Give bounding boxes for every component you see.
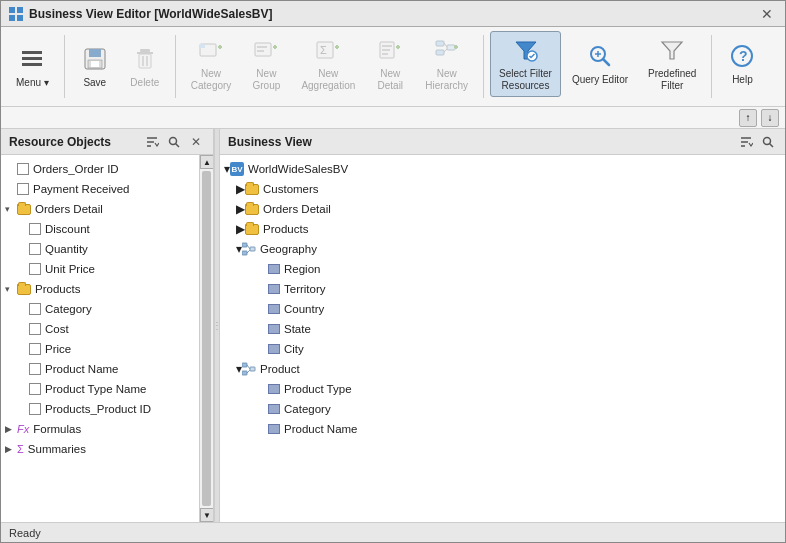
svg-rect-61 bbox=[242, 243, 247, 247]
bv-field-icon bbox=[268, 324, 280, 334]
select-filter-resources-button[interactable]: Select FilterResources bbox=[490, 31, 561, 97]
expand-arrow: ▶ bbox=[5, 444, 17, 454]
help-label: Help bbox=[732, 74, 753, 86]
new-hierarchy-label: NewHierarchy bbox=[425, 68, 468, 92]
menu-button[interactable]: Menu ▾ bbox=[7, 34, 58, 100]
sort-icon-btn[interactable] bbox=[143, 133, 161, 151]
select-filter-icon bbox=[512, 36, 540, 64]
list-item[interactable]: Payment Received bbox=[1, 179, 199, 199]
list-item[interactable]: Product Type bbox=[220, 379, 785, 399]
save-button[interactable]: Save bbox=[71, 34, 119, 100]
list-item[interactable]: ▾ Products bbox=[1, 279, 199, 299]
list-item[interactable]: Price bbox=[1, 339, 199, 359]
hierarchy-icon bbox=[242, 242, 256, 256]
toolbar-sep-3 bbox=[483, 35, 484, 98]
list-item[interactable]: Product Name bbox=[1, 359, 199, 379]
list-item[interactable]: Category bbox=[220, 399, 785, 419]
toolbar-sep-2 bbox=[175, 35, 176, 98]
app-icon bbox=[9, 7, 23, 21]
list-item[interactable]: Product Name bbox=[220, 419, 785, 439]
expand-arrow: ▶ bbox=[236, 182, 245, 196]
scroll-up[interactable]: ▲ bbox=[200, 155, 213, 169]
list-item[interactable]: Quantity bbox=[1, 239, 199, 259]
svg-line-45 bbox=[603, 59, 609, 65]
list-item[interactable]: Territory bbox=[220, 279, 785, 299]
new-detail-button[interactable]: NewDetail bbox=[366, 31, 414, 97]
list-item[interactable]: ▶ Fx Formulas bbox=[1, 419, 199, 439]
expand-arrow: ▶ bbox=[236, 222, 245, 236]
status-text: Ready bbox=[9, 527, 41, 539]
expand-arrow: ▾ bbox=[5, 284, 17, 294]
move-up-button[interactable]: ↑ bbox=[739, 109, 757, 127]
new-group-button[interactable]: NewGroup bbox=[242, 31, 290, 97]
toolbar: Menu ▾ Save bbox=[1, 27, 785, 107]
item-label: Product Type Name bbox=[45, 383, 146, 395]
svg-line-60 bbox=[770, 143, 774, 147]
item-label: Formulas bbox=[33, 423, 81, 435]
list-item[interactable]: ▾ Product bbox=[220, 359, 785, 379]
svg-line-65 bbox=[247, 250, 250, 253]
toolbar-group-save: Save bbox=[71, 31, 119, 102]
close-button[interactable]: ✕ bbox=[757, 4, 777, 24]
list-item[interactable]: ▶ Products bbox=[220, 219, 785, 239]
bv-search-btn[interactable] bbox=[759, 133, 777, 151]
list-item[interactable]: Products_Product ID bbox=[1, 399, 199, 419]
list-item[interactable]: ▶ Σ Summaries bbox=[1, 439, 199, 459]
list-item[interactable]: State bbox=[220, 319, 785, 339]
svg-rect-4 bbox=[22, 51, 42, 54]
svg-rect-67 bbox=[242, 371, 247, 375]
menu-icon bbox=[18, 45, 46, 73]
new-aggregation-button[interactable]: Σ NewAggregation bbox=[292, 31, 364, 97]
business-view-tree: ▾ BV WorldWideSalesBV ▶ Customers ▶ Orde… bbox=[220, 155, 785, 522]
list-item[interactable]: Region bbox=[220, 259, 785, 279]
list-item[interactable]: ▶ Customers bbox=[220, 179, 785, 199]
field-icon bbox=[29, 263, 41, 275]
folder-icon bbox=[245, 184, 259, 195]
list-item[interactable]: ▾ Geography bbox=[220, 239, 785, 259]
search-icon-btn[interactable] bbox=[165, 133, 183, 151]
list-item[interactable]: Category bbox=[1, 299, 199, 319]
list-item[interactable]: ▾ Orders Detail bbox=[1, 199, 199, 219]
predefined-filter-button[interactable]: PredefinedFilter bbox=[639, 31, 705, 97]
field-icon bbox=[29, 403, 41, 415]
list-item[interactable]: Unit Price bbox=[1, 259, 199, 279]
list-item[interactable]: ▶ Orders Detail bbox=[220, 199, 785, 219]
scroll-down[interactable]: ▼ bbox=[200, 508, 213, 522]
folder-icon bbox=[17, 204, 31, 215]
item-label: Category bbox=[284, 403, 331, 415]
help-icon: ? bbox=[728, 42, 756, 70]
field-icon bbox=[17, 183, 29, 195]
predefined-filter-label: PredefinedFilter bbox=[648, 68, 696, 92]
sub-toolbar: ↑ ↓ bbox=[1, 107, 785, 129]
query-editor-icon bbox=[586, 42, 614, 70]
bv-field-icon bbox=[268, 344, 280, 354]
item-label: Orders Detail bbox=[35, 203, 103, 215]
list-item[interactable]: Orders_Order ID bbox=[1, 159, 199, 179]
list-item[interactable]: ▾ BV WorldWideSalesBV bbox=[220, 159, 785, 179]
delete-button[interactable]: Delete bbox=[121, 34, 169, 100]
svg-rect-8 bbox=[89, 49, 101, 57]
new-hierarchy-button[interactable]: NewHierarchy bbox=[416, 31, 477, 97]
list-item[interactable]: Cost bbox=[1, 319, 199, 339]
close-panel-btn[interactable]: ✕ bbox=[187, 133, 205, 151]
field-icon bbox=[29, 363, 41, 375]
toolbar-sep-1 bbox=[64, 35, 65, 98]
predefined-filter-icon bbox=[658, 36, 686, 64]
list-item[interactable]: Product Type Name bbox=[1, 379, 199, 399]
query-editor-button[interactable]: Query Editor bbox=[563, 31, 637, 97]
new-category-button[interactable]: NewCategory bbox=[182, 31, 241, 97]
list-item[interactable]: City bbox=[220, 339, 785, 359]
new-aggregation-icon: Σ bbox=[314, 36, 342, 64]
help-button[interactable]: ? Help bbox=[718, 31, 766, 97]
svg-rect-11 bbox=[140, 49, 150, 52]
field-icon bbox=[17, 163, 29, 175]
scroll-thumb[interactable] bbox=[202, 171, 211, 506]
folder-icon bbox=[245, 224, 259, 235]
list-item[interactable]: Country bbox=[220, 299, 785, 319]
business-view-title: Business View bbox=[228, 135, 312, 149]
item-label: Products bbox=[263, 223, 308, 235]
svg-rect-35 bbox=[436, 41, 444, 46]
bv-sort-btn[interactable] bbox=[737, 133, 755, 151]
move-down-button[interactable]: ↓ bbox=[761, 109, 779, 127]
list-item[interactable]: Discount bbox=[1, 219, 199, 239]
